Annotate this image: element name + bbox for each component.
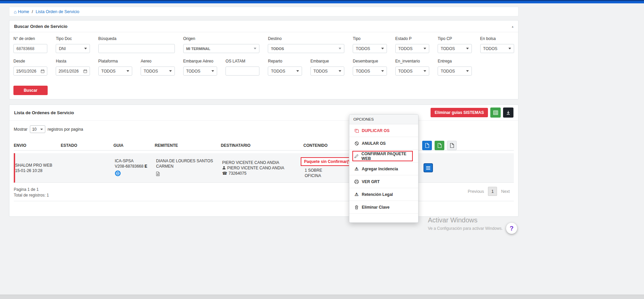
destino-select[interactable]: TODOS	[268, 44, 344, 53]
search-panel-title: Buscar Orden de Servicio	[14, 24, 67, 29]
reparto-select[interactable]: TODOS	[268, 67, 302, 76]
select-value: TODOS	[356, 69, 370, 74]
chevron-down-icon	[339, 70, 341, 72]
registros-label: registros por pagina	[48, 127, 83, 132]
select-value: MI TERMINAL	[186, 47, 210, 51]
buscar-button[interactable]: Buscar	[13, 86, 48, 95]
cell-guia: ICA-SPSA V208-68783668 E	[115, 158, 156, 178]
origen-select[interactable]: MI TERMINAL	[183, 44, 260, 53]
busqueda-input[interactable]	[98, 44, 175, 53]
menu-item-anular-os[interactable]: ANULAR OS	[349, 137, 418, 150]
filter-label: Origen	[183, 36, 260, 41]
orders-panel: Lista de Ordenes de Servicio Eliminar gu…	[9, 104, 518, 217]
export-button-blue[interactable]	[422, 141, 432, 150]
menu-item-eliminar-clave[interactable]: Eliminar Clave	[349, 201, 418, 214]
select-value: TODOS	[483, 46, 497, 51]
os-latam-input[interactable]	[226, 67, 259, 76]
pagination-info: Pagina 1 de 1 Total de registros: 1	[14, 187, 49, 198]
table-row: SHALOM PRO WEB 15-01-26 10:28 ICA-SPSA V…	[14, 153, 514, 183]
orders-panel-header: Lista de Ordenes de Servicio Eliminar gu…	[9, 105, 518, 121]
chevron-down-icon	[466, 48, 469, 49]
filter-label: Embarque Aéreo	[183, 59, 217, 63]
chevron-down-icon	[40, 129, 43, 130]
download-button[interactable]	[503, 108, 513, 118]
bottom-strip	[0, 295, 644, 299]
embarque-select[interactable]: TODOS	[310, 67, 344, 76]
pagination-next[interactable]: Next	[497, 187, 514, 196]
guia-tag: E	[145, 164, 147, 169]
person-icon	[222, 166, 226, 170]
filter-label: Plataforma	[98, 59, 132, 63]
select-value: TODOS	[313, 69, 328, 74]
embarque-aereo-select[interactable]: TODOS	[183, 67, 217, 76]
search-panel-header: Buscar Orden de Servicio ▴	[9, 20, 518, 32]
breadcrumb-home-link[interactable]: ⌂ Home	[14, 9, 29, 14]
column-header-guia: GUIA	[113, 143, 155, 148]
aereo-select[interactable]: TODOS	[141, 67, 175, 76]
eliminar-guias-button[interactable]: Eliminar guias SISTEMAS	[431, 108, 488, 117]
page-size-select[interactable]: 10	[30, 125, 45, 133]
pencil-icon	[354, 154, 359, 158]
breadcrumb-separator: /	[32, 9, 33, 14]
en-bolsa-select[interactable]: TODOS	[480, 44, 514, 53]
file-icon	[450, 143, 454, 148]
date-value: 20/01/2026	[58, 69, 79, 74]
tipo-select[interactable]: TODOS	[353, 44, 387, 53]
filter-label: Tipo Doc	[56, 36, 90, 41]
chevron-down-icon	[424, 48, 426, 49]
chevron-down-icon	[508, 48, 511, 49]
menu-item-retencion-legal[interactable]: ⚠ Retención Legal	[349, 188, 418, 201]
breadcrumb-current-link[interactable]: Lista Orden de Servicio	[36, 9, 79, 14]
chevron-down-icon	[127, 70, 129, 72]
select-value: TODOS	[186, 69, 200, 74]
plataforma-select[interactable]: TODOS	[98, 67, 132, 76]
desembarque-select[interactable]: TODOS	[353, 67, 387, 76]
chevron-down-icon	[211, 70, 214, 72]
pagination-page-1[interactable]: 1	[488, 187, 497, 196]
export-button-green[interactable]	[435, 141, 444, 150]
select-value: TODOS	[356, 46, 370, 51]
select-value: TODOS	[271, 47, 284, 51]
select-value: TODOS	[398, 46, 412, 51]
orders-panel-footer	[14, 201, 514, 216]
menu-item-ver-grt[interactable]: VER GRT	[349, 175, 418, 188]
orden-number-input[interactable]	[13, 44, 47, 53]
pagination-previous[interactable]: Previous	[464, 187, 488, 196]
entrega-select[interactable]: TODOS	[438, 67, 472, 76]
menu-item-agregar-incidencia[interactable]: ⚠ Agregar Incidencia	[349, 163, 418, 175]
estado-p-select[interactable]: TODOS	[395, 44, 429, 53]
grid-view-button[interactable]	[490, 108, 501, 118]
column-header-remitente: REMITENTE	[155, 143, 221, 148]
select-value: TODOS	[101, 69, 115, 74]
warning-icon: ⚠	[354, 192, 359, 197]
options-menu-title: OPCIONES	[349, 115, 418, 124]
mostrar-label: Mostrar	[14, 127, 28, 132]
collapse-panel-icon[interactable]: ▴	[512, 25, 513, 28]
tipo-doc-select[interactable]: DNI	[56, 44, 90, 53]
help-button[interactable]: ?	[506, 223, 517, 234]
filter-label: Desembarque	[353, 59, 387, 63]
filter-label: OS LATAM	[226, 59, 259, 63]
calendar-icon	[83, 69, 87, 73]
printer-icon	[354, 180, 359, 184]
hamburger-icon	[426, 166, 431, 170]
options-menu: OPCIONES DUPLICAR OS ANULAR OS CONFIRMAR…	[349, 114, 418, 223]
en-inventario-select[interactable]: TODOS	[395, 67, 429, 76]
breadcrumb-home-label: Home	[18, 9, 29, 14]
row-options-button[interactable]	[424, 163, 433, 172]
top-navbar	[0, 0, 644, 3]
ban-icon	[354, 141, 359, 145]
filter-label: Desde	[13, 59, 47, 63]
globe-icon[interactable]	[115, 170, 121, 176]
tipo-cp-select[interactable]: TODOS	[438, 44, 472, 53]
duplicate-icon	[354, 129, 359, 133]
file-icon	[425, 143, 429, 148]
menu-item-duplicar-os[interactable]: DUPLICAR OS	[349, 124, 418, 137]
column-header-estado: ESTADO	[61, 143, 113, 148]
hasta-date-input[interactable]: 20/01/2026	[56, 67, 90, 76]
desde-date-input[interactable]: 15/01/2026	[13, 67, 47, 76]
menu-item-confirmar-paquete-web[interactable]: CONFIRMAR PAQUETE WEB	[349, 150, 418, 163]
export-button-light[interactable]	[447, 141, 457, 150]
column-header-envio: ENVIO	[14, 143, 61, 148]
chevron-down-icon	[169, 70, 172, 72]
